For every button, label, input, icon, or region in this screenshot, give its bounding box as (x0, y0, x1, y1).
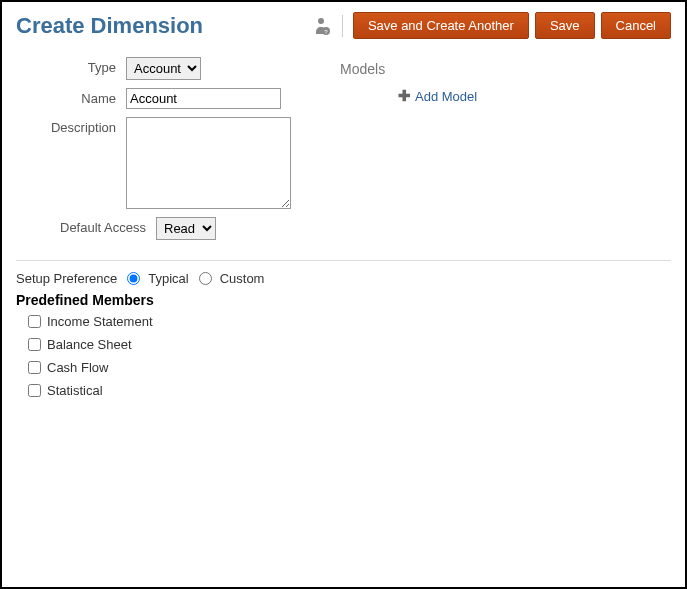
name-input[interactable] (126, 88, 281, 109)
action-buttons: Save and Create Another Save Cancel (353, 12, 671, 39)
name-label: Name (16, 88, 126, 106)
statistical-checkbox[interactable] (28, 384, 41, 397)
income-statement-checkbox[interactable] (28, 315, 41, 328)
page-title: Create Dimension (16, 13, 203, 39)
default-access-label: Default Access (16, 217, 156, 235)
income-statement-label: Income Statement (47, 314, 153, 329)
divider (16, 260, 671, 261)
svg-point-0 (318, 18, 324, 24)
setup-preference-label: Setup Preference (16, 271, 117, 286)
cancel-button[interactable]: Cancel (601, 12, 671, 39)
save-and-create-another-button[interactable]: Save and Create Another (353, 12, 529, 39)
type-select[interactable]: Account (126, 57, 201, 80)
typical-label: Typical (148, 271, 188, 286)
form-column: Type Account Name Description Default Ac… (16, 57, 316, 248)
user-help-icon[interactable]: ? (314, 17, 330, 35)
balance-sheet-label: Balance Sheet (47, 337, 132, 352)
default-access-select[interactable]: Read (156, 217, 216, 240)
description-textarea[interactable] (126, 117, 291, 209)
separator (342, 15, 343, 37)
statistical-label: Statistical (47, 383, 103, 398)
content-area: Type Account Name Description Default Ac… (16, 57, 671, 248)
add-model-text: Add Model (415, 89, 477, 104)
typical-radio[interactable] (127, 272, 140, 285)
create-dimension-dialog: Create Dimension ? Save and Create Anoth… (0, 0, 687, 589)
save-button[interactable]: Save (535, 12, 595, 39)
models-label: Models (340, 61, 671, 77)
description-label: Description (16, 117, 126, 135)
type-label: Type (16, 57, 126, 75)
header: Create Dimension ? Save and Create Anoth… (16, 12, 671, 39)
predefined-members-title: Predefined Members (16, 292, 671, 308)
add-model-link[interactable]: ✚ Add Model (398, 87, 671, 105)
cash-flow-label: Cash Flow (47, 360, 108, 375)
balance-sheet-checkbox[interactable] (28, 338, 41, 351)
setup-preference-row: Setup Preference Typical Custom (16, 271, 671, 286)
cash-flow-checkbox[interactable] (28, 361, 41, 374)
plus-icon: ✚ (398, 87, 411, 105)
custom-radio[interactable] (199, 272, 212, 285)
custom-label: Custom (220, 271, 265, 286)
models-column: Models ✚ Add Model (340, 57, 671, 248)
